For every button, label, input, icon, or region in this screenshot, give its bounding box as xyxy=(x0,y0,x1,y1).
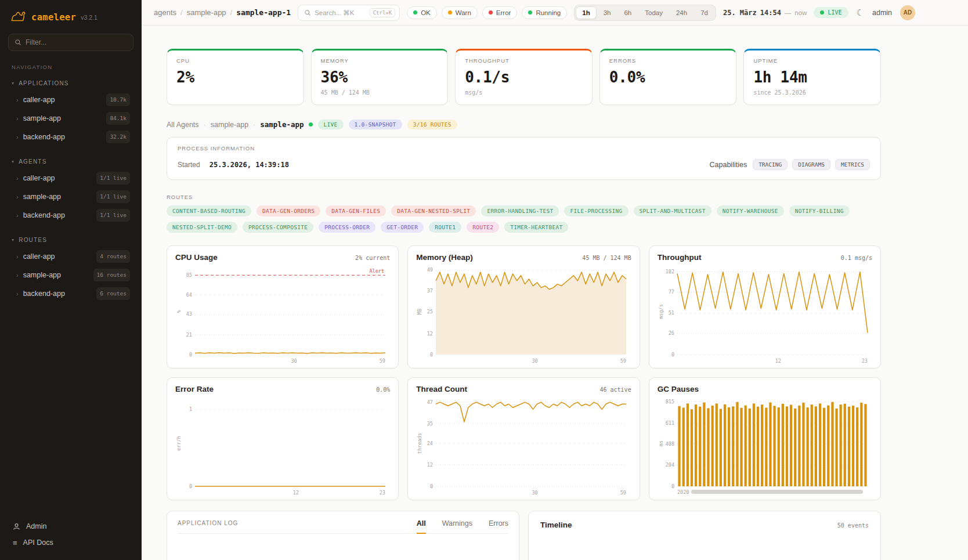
time-range-1h[interactable]: 1h xyxy=(576,6,596,19)
time-range-3h[interactable]: 3h xyxy=(597,6,617,19)
time-range-7d[interactable]: 7d xyxy=(694,6,714,19)
route-chip-notify-warehouse[interactable]: NOTIFY-WAREHOUSE xyxy=(717,205,784,216)
log-tab-all[interactable]: All xyxy=(417,519,426,534)
stat-label: UPTIME xyxy=(753,57,871,64)
sidebar-section-header-applications[interactable]: ▾APPLICATIONS xyxy=(7,77,135,91)
route-chip-notify-billing[interactable]: NOTIFY-BILLING xyxy=(789,205,850,216)
route-chip-data-gen-files[interactable]: DATA-GEN-FILES xyxy=(326,205,386,216)
stat-card-uptime: UPTIME1h 14msince 25.3.2026 xyxy=(743,49,881,105)
nav-heading: NAVIGATION xyxy=(7,63,135,77)
time-range-display[interactable]: 25. März 14:54 — now xyxy=(723,9,807,17)
route-chip-timer-heartbeat[interactable]: TIMER-HEARTBEAT xyxy=(504,222,568,233)
route-chip-get-order[interactable]: GET-ORDER xyxy=(381,222,424,233)
search-input[interactable] xyxy=(315,9,366,16)
log-tab-warnings[interactable]: Warnings xyxy=(442,519,472,534)
route-chip-data-gen-nested-split[interactable]: DATA-GEN-NESTED-SPLIT xyxy=(391,205,476,216)
log-tab-errors[interactable]: Errors xyxy=(489,519,508,534)
svg-text:23: 23 xyxy=(861,358,867,364)
item-label: caller-app xyxy=(23,173,55,183)
route-chip-content-based-routing[interactable]: CONTENT-BASED-ROUTING xyxy=(167,205,251,216)
chart-card-thread-count: Thread Count46 active012243547threads305… xyxy=(407,377,640,500)
sidebar-item-applications-caller-app[interactable]: ›caller-app10.7k xyxy=(7,91,135,109)
svg-text:49: 49 xyxy=(427,267,433,273)
sidebar-item-routes-backend-app[interactable]: ›backend-app6 routes xyxy=(7,284,135,303)
sidebar-footer-api-docs[interactable]: ≡API Docs xyxy=(7,534,135,551)
route-chip-split-and-multicast[interactable]: SPLIT-AND-MULTICAST xyxy=(634,205,711,216)
route-chip-data-gen-orders[interactable]: DATA-GEN-ORDERS xyxy=(257,205,320,216)
live-badge[interactable]: LIVE xyxy=(814,7,848,18)
svg-text:59: 59 xyxy=(620,358,626,364)
sidebar-filter[interactable] xyxy=(8,34,133,51)
item-badge: 10.7k xyxy=(106,93,130,106)
svg-text:43: 43 xyxy=(186,311,192,317)
timeline-events-count: 50 events xyxy=(837,522,869,529)
svg-text:0: 0 xyxy=(189,483,192,489)
sidebar-item-routes-caller-app[interactable]: ›caller-app4 routes xyxy=(7,247,135,266)
started-value: 25.3.2026, 14:39:18 xyxy=(210,161,289,169)
svg-text:30: 30 xyxy=(291,358,297,364)
bottom-row: APPLICATION LOG AllWarningsErrors Timeli… xyxy=(167,511,881,560)
breadcrumb-agents[interactable]: agents xyxy=(154,8,176,17)
sidebar-filter-input[interactable] xyxy=(26,38,127,46)
svg-text:0: 0 xyxy=(671,352,674,357)
dark-mode-toggle[interactable]: ☾ xyxy=(857,8,864,17)
sidebar-section-header-routes[interactable]: ▾ROUTES xyxy=(7,234,135,247)
context-crumb-0[interactable]: All Agents xyxy=(167,121,199,129)
filter-chip-running[interactable]: Running xyxy=(522,6,567,19)
item-label: caller-app xyxy=(23,251,55,262)
search-box[interactable]: Ctrl+K xyxy=(298,5,400,21)
route-chip-route1[interactable]: ROUTE1 xyxy=(429,222,461,233)
context-crumb-1[interactable]: sample-app xyxy=(211,121,248,129)
stat-card-cpu: CPU2% xyxy=(167,49,304,105)
footer-label: Admin xyxy=(26,521,46,532)
avatar[interactable]: AD xyxy=(900,5,915,20)
app-name: cameleer xyxy=(31,12,76,23)
routes-title: ROUTES xyxy=(167,194,881,200)
chevron-right-icon: › xyxy=(16,173,19,183)
sidebar-footer: Admin≡API Docs xyxy=(7,518,135,551)
time-range-today[interactable]: Today xyxy=(638,6,669,19)
filter-chip-warn[interactable]: Warn xyxy=(442,6,478,19)
breadcrumb-sample-app[interactable]: sample-app xyxy=(187,8,226,17)
sidebar-item-routes-sample-app[interactable]: ›sample-app16 routes xyxy=(7,266,135,284)
time-range-6h[interactable]: 6h xyxy=(617,6,638,19)
filter-chip-ok[interactable]: OK xyxy=(407,6,437,19)
stat-value: 0.0% xyxy=(609,68,727,86)
range-separator: — xyxy=(785,9,792,16)
stat-label: ERRORS xyxy=(609,57,727,64)
sidebar-item-applications-backend-app[interactable]: ›backend-app32.2k xyxy=(7,128,135,146)
sidebar-section-header-agents[interactable]: ▾AGENTS xyxy=(7,156,135,169)
sidebar-footer-admin[interactable]: Admin xyxy=(7,518,135,534)
svg-text:%: % xyxy=(176,310,182,313)
time-range-24h[interactable]: 24h xyxy=(670,6,694,19)
status-dot xyxy=(448,10,452,15)
route-chip-route2[interactable]: ROUTE2 xyxy=(467,222,499,233)
instance-live-dot xyxy=(309,122,313,127)
user-icon xyxy=(13,523,20,530)
stat-value: 2% xyxy=(176,68,294,86)
route-chip-nested-split-demo[interactable]: NESTED-SPLIT-DEMO xyxy=(167,222,237,233)
chart-header: Error Rate0.0% xyxy=(175,385,390,393)
sidebar-item-agents-caller-app[interactable]: ›caller-app1/1 live xyxy=(7,169,135,187)
route-chip-error-handling-test[interactable]: ERROR-HANDLING-TEST xyxy=(481,205,559,216)
app-version: v3.2.1 xyxy=(81,14,97,21)
svg-text:611: 611 xyxy=(665,420,674,426)
footer-label: API Docs xyxy=(23,537,53,548)
item-badge: 32.2k xyxy=(106,131,130,143)
capability-chip-diagrams: DIAGRAMS xyxy=(792,159,830,170)
svg-text:47: 47 xyxy=(427,399,433,405)
sidebar-item-applications-sample-app[interactable]: ›sample-app84.1k xyxy=(7,109,135,128)
stats-row: CPU2%MEMORY36%45 MB / 124 MBTHROUGHPUT0.… xyxy=(167,49,881,105)
route-chip-process-composite[interactable]: PROCESS-COMPOSITE xyxy=(243,222,313,233)
route-chip-process-order[interactable]: PROCESS-ORDER xyxy=(319,222,375,233)
search-icon xyxy=(15,39,21,46)
filter-chip-error[interactable]: Error xyxy=(482,6,518,19)
sidebar-item-agents-sample-app[interactable]: ›sample-app1/1 live xyxy=(7,187,135,206)
svg-text:msg/s: msg/s xyxy=(658,304,664,319)
sidebar-item-agents-backend-app[interactable]: ›backend-app1/1 live xyxy=(7,206,135,225)
route-chip-file-processing[interactable]: FILE-PROCESSING xyxy=(564,205,628,216)
chart-title: GC Pauses xyxy=(658,385,699,393)
item-label: sample-app xyxy=(23,113,61,124)
app-logo[interactable]: cameleer v3.2.1 xyxy=(7,7,135,34)
breadcrumb-sample-app-1: sample-app-1 xyxy=(236,8,291,17)
